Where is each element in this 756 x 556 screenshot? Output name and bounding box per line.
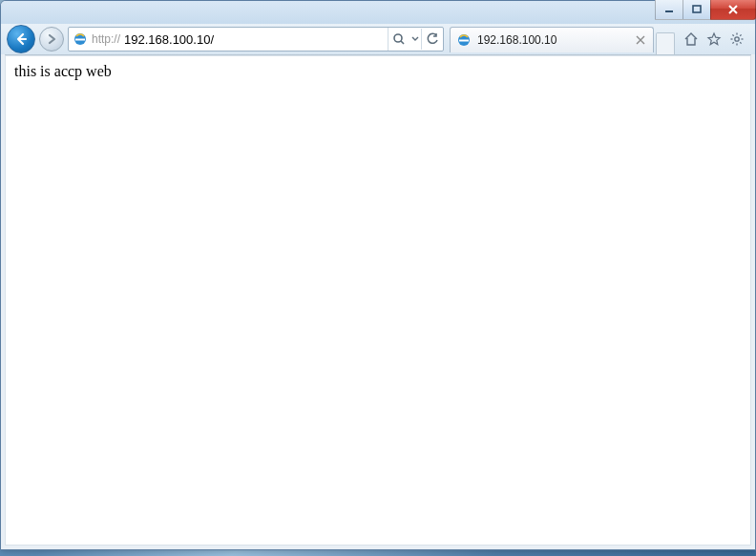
- address-bar-controls: [388, 28, 443, 51]
- tab-favicon-icon: [456, 32, 472, 48]
- new-tab-button[interactable]: [656, 32, 675, 54]
- page-body-text: this is accp web: [14, 63, 112, 79]
- refresh-button[interactable]: [421, 29, 443, 50]
- url-scheme-text: http://: [92, 32, 120, 46]
- tools-button[interactable]: [728, 31, 746, 48]
- svg-point-2: [394, 34, 402, 42]
- close-icon: [636, 35, 645, 45]
- ie-logo-icon: [73, 31, 88, 47]
- search-button[interactable]: [388, 29, 410, 50]
- url-host-text: 192.168.100.10/: [124, 32, 214, 47]
- arrow-right-icon: [45, 32, 58, 46]
- ie-window: http://192.168.100.10/: [0, 0, 756, 550]
- favorites-button[interactable]: [705, 31, 723, 48]
- maximize-icon: [691, 4, 703, 15]
- close-icon: [727, 4, 739, 15]
- toolbar-right-icons: [679, 31, 749, 48]
- address-spacer[interactable]: [218, 28, 388, 51]
- svg-point-4: [735, 37, 739, 41]
- page-viewport[interactable]: this is accp web: [5, 54, 751, 546]
- address-bar[interactable]: http://192.168.100.10/: [68, 27, 444, 51]
- close-button[interactable]: [710, 0, 756, 20]
- minimize-button[interactable]: [655, 0, 683, 20]
- arrow-left-icon: [13, 31, 29, 47]
- gear-icon: [729, 31, 745, 47]
- window-titlebar[interactable]: [1, 1, 755, 24]
- maximize-button[interactable]: [682, 0, 711, 20]
- minimize-icon: [663, 4, 675, 15]
- tab-title: 192.168.100.10: [477, 33, 628, 47]
- search-dropdown-button[interactable]: [410, 29, 421, 50]
- chevron-down-icon: [411, 35, 419, 43]
- browser-tab[interactable]: 192.168.100.10: [450, 27, 654, 52]
- star-icon: [706, 31, 722, 47]
- tab-bar: 192.168.100.10: [450, 27, 675, 51]
- svg-rect-0: [693, 6, 701, 12]
- home-icon: [683, 31, 699, 47]
- address-bar-left: http://192.168.100.10/: [69, 28, 218, 51]
- refresh-icon: [426, 32, 439, 46]
- window-control-buttons: [656, 0, 756, 19]
- home-button[interactable]: [682, 31, 700, 48]
- tab-close-button[interactable]: [634, 33, 647, 47]
- navigation-bar: http://192.168.100.10/: [1, 24, 755, 54]
- back-button[interactable]: [7, 25, 35, 53]
- search-icon: [392, 32, 406, 46]
- forward-button[interactable]: [39, 27, 64, 51]
